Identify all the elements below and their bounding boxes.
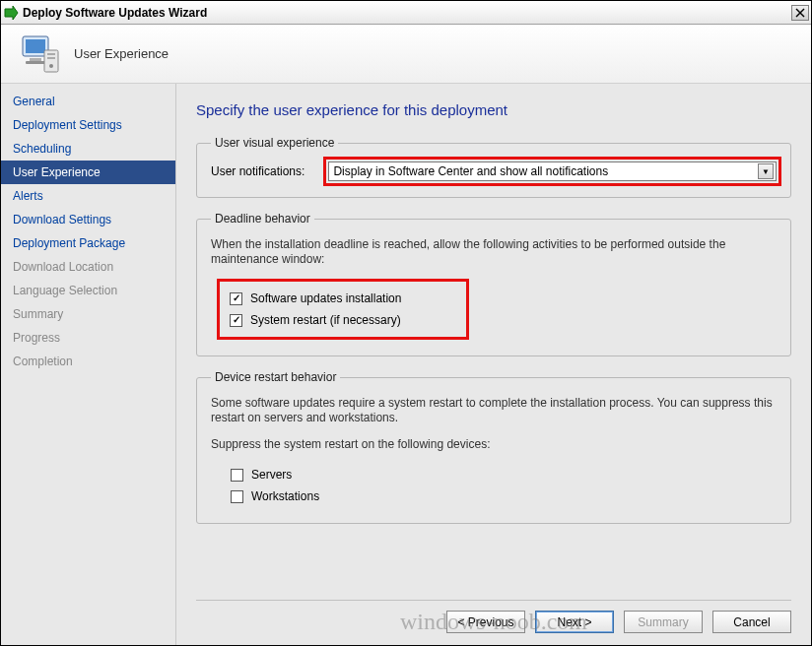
wizard-content: Specify the user experience for this dep… [176, 84, 811, 646]
sidebar-item-language-selection: Language Selection [1, 279, 175, 302]
sidebar-item-label: Alerts [13, 189, 43, 203]
checkbox-system-restart[interactable]: System restart (if necessary) [230, 309, 401, 331]
wizard-sidebar: General Deployment Settings Scheduling U… [1, 84, 176, 646]
checkbox-icon [231, 469, 243, 482]
sidebar-item-label: Download Location [13, 260, 113, 274]
summary-button: Summary [624, 611, 703, 633]
close-button[interactable] [791, 5, 809, 21]
groupbox-device-restart: Device restart behavior Some software up… [196, 370, 791, 524]
sidebar-item-general[interactable]: General [1, 90, 175, 113]
checkbox-software-updates-installation[interactable]: Software updates installation [230, 288, 401, 309]
sidebar-item-deployment-package[interactable]: Deployment Package [1, 231, 175, 255]
sidebar-item-alerts[interactable]: Alerts [1, 184, 175, 208]
user-notifications-label: User notifications: [211, 164, 304, 178]
restart-description-1: Some software updates require a system r… [211, 396, 777, 425]
sidebar-item-label: Summary [13, 307, 63, 321]
sidebar-item-completion: Completion [1, 350, 175, 373]
groupbox-legend: Deadline behavior [211, 212, 314, 226]
groupbox-legend: Device restart behavior [211, 370, 340, 384]
wizard-body: General Deployment Settings Scheduling U… [1, 84, 811, 646]
checkbox-label: Workstations [251, 489, 319, 503]
sidebar-item-download-settings[interactable]: Download Settings [1, 208, 175, 231]
sidebar-item-download-location: Download Location [1, 255, 175, 279]
checkbox-label: System restart (if necessary) [250, 313, 401, 327]
checkbox-label: Software updates installation [250, 291, 401, 305]
sidebar-item-label: Language Selection [13, 284, 117, 297]
svg-marker-0 [5, 6, 18, 20]
sidebar-item-label: General [13, 95, 55, 108]
dropdown-value: Display in Software Center and show all … [333, 164, 608, 178]
button-bar: < Previous Next > Summary Cancel [196, 600, 791, 633]
groupbox-deadline-behavior: Deadline behavior When the installation … [196, 212, 791, 356]
sidebar-item-user-experience[interactable]: User Experience [1, 161, 175, 184]
dropdown-arrow-icon[interactable]: ▼ [758, 163, 774, 179]
sidebar-item-label: Scheduling [13, 142, 71, 156]
checkbox-servers[interactable]: Servers [231, 464, 777, 485]
checkbox-workstations[interactable]: Workstations [231, 485, 777, 507]
svg-rect-6 [26, 61, 45, 64]
sidebar-item-label: User Experience [13, 165, 101, 179]
sidebar-item-label: Progress [13, 331, 60, 345]
wizard-banner: User Experience [1, 25, 811, 84]
svg-rect-8 [47, 53, 55, 55]
sidebar-item-progress: Progress [1, 326, 175, 350]
svg-rect-5 [30, 58, 41, 61]
groupbox-visual-experience: User visual experience User notification… [196, 136, 791, 198]
window-title: Deploy Software Updates Wizard [23, 6, 791, 20]
groupbox-legend: User visual experience [211, 136, 338, 150]
svg-rect-9 [47, 57, 55, 59]
previous-button[interactable]: < Previous [446, 611, 525, 633]
sidebar-item-scheduling[interactable]: Scheduling [1, 137, 175, 161]
svg-point-10 [49, 64, 53, 68]
sidebar-item-label: Completion [13, 355, 73, 368]
sidebar-item-label: Download Settings [13, 213, 111, 226]
deadline-description: When the installation deadline is reache… [211, 237, 777, 267]
sidebar-item-label: Deployment Settings [13, 118, 122, 132]
computer-icon [21, 32, 60, 76]
sidebar-item-deployment-settings[interactable]: Deployment Settings [1, 113, 175, 137]
checkbox-icon [230, 292, 242, 305]
titlebar: Deploy Software Updates Wizard [1, 1, 811, 25]
restart-description-2: Suppress the system restart on the follo… [211, 437, 777, 452]
checkbox-label: Servers [251, 468, 292, 482]
svg-rect-4 [26, 39, 45, 53]
user-notifications-dropdown[interactable]: Display in Software Center and show all … [328, 162, 777, 181]
wizard-arrow-icon [3, 5, 19, 21]
sidebar-item-label: Deployment Package [13, 236, 125, 250]
checkbox-icon [230, 314, 242, 327]
checkbox-icon [231, 490, 243, 503]
cancel-button[interactable]: Cancel [712, 611, 791, 633]
sidebar-item-summary: Summary [1, 302, 175, 326]
banner-step-name: User Experience [74, 46, 169, 61]
page-heading: Specify the user experience for this dep… [196, 101, 791, 118]
next-button[interactable]: Next > [535, 611, 614, 633]
